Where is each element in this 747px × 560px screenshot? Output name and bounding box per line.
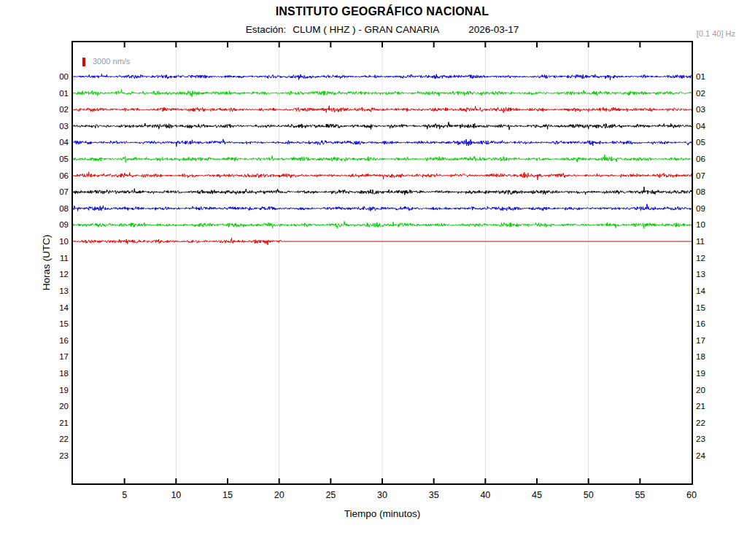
hour-label-right: 18 — [696, 351, 722, 362]
plot-date: 2026-03-17 — [468, 24, 519, 35]
hour-label-right: 12 — [696, 253, 722, 263]
x-tick-label: 60 — [677, 490, 706, 500]
x-tick-label: 30 — [368, 490, 397, 500]
x-tick-label: 15 — [213, 490, 242, 500]
hour-label-left: 18 — [42, 368, 69, 378]
hour-label-right: 23 — [696, 434, 722, 444]
page-title: INSTITUTO GEOGRÁFICO NACIONAL — [73, 5, 692, 18]
hour-label-right: 11 — [696, 236, 722, 246]
station-line: Estación:CLUM ( HHZ ) - GRAN CANARIA2026… — [73, 24, 692, 35]
hour-label-right: 04 — [696, 121, 722, 131]
hour-label-right: 08 — [696, 187, 722, 197]
x-tick-label: 10 — [161, 490, 190, 500]
hour-label-left: 05 — [42, 154, 69, 164]
x-tick-label: 50 — [574, 490, 603, 500]
hour-label-left: 09 — [42, 219, 69, 230]
hour-label-left: 12 — [42, 269, 69, 279]
hour-label-right: 10 — [696, 219, 722, 230]
hour-label-left: 02 — [42, 104, 69, 114]
station-label: Estación: — [246, 24, 287, 35]
x-tick-label: 5 — [110, 490, 139, 500]
hour-label-right: 22 — [696, 418, 722, 428]
x-tick-label: 45 — [522, 490, 551, 500]
hour-label-left: 16 — [42, 335, 69, 346]
helicorder-page: INSTITUTO GEOGRÁFICO NACIONAL Estación:C… — [0, 0, 747, 560]
hour-label-left: 23 — [42, 451, 69, 461]
x-tick-label: 55 — [625, 490, 654, 500]
filter-band-label: [0.1 40] Hz — [697, 29, 735, 38]
hour-label-right: 09 — [696, 203, 722, 214]
hour-label-right: 02 — [696, 88, 722, 98]
hour-label-right: 01 — [696, 71, 722, 82]
hour-label-left: 08 — [42, 203, 69, 214]
hour-label-left: 15 — [42, 319, 69, 329]
hour-label-left: 17 — [42, 351, 69, 362]
hour-label-left: 06 — [42, 171, 69, 181]
hour-label-right: 17 — [696, 335, 722, 346]
hour-label-left: 22 — [42, 434, 69, 444]
hour-label-right: 20 — [696, 385, 722, 395]
hour-label-left: 20 — [42, 401, 69, 411]
hour-label-left: 07 — [42, 187, 69, 197]
helicorder-plot — [71, 41, 693, 485]
x-tick-label: 40 — [471, 490, 500, 500]
hour-label-right: 19 — [696, 368, 722, 378]
hour-label-left: 10 — [42, 236, 69, 246]
hour-label-left: 11 — [42, 253, 69, 263]
x-axis-label: Tiempo (minutos) — [73, 508, 692, 519]
hour-label-left: 13 — [42, 286, 69, 296]
hour-label-right: 21 — [696, 401, 722, 411]
hour-label-right: 13 — [696, 269, 722, 279]
hour-label-right: 05 — [696, 137, 722, 147]
hour-label-right: 06 — [696, 154, 722, 164]
hour-label-left: 14 — [42, 303, 69, 313]
hour-label-right: 15 — [696, 303, 722, 313]
hour-label-right: 03 — [696, 104, 722, 114]
hour-label-left: 03 — [42, 121, 69, 131]
x-tick-label: 35 — [419, 490, 449, 500]
x-tick-label: 25 — [316, 490, 345, 500]
hour-label-left: 00 — [42, 71, 69, 82]
hour-label-left: 01 — [42, 88, 69, 98]
hour-label-right: 16 — [696, 319, 722, 329]
hour-label-left: 21 — [42, 418, 69, 428]
hour-label-left: 19 — [42, 385, 69, 395]
hour-label-right: 14 — [696, 286, 722, 296]
hour-label-right: 07 — [696, 171, 722, 181]
hour-label-right: 24 — [696, 451, 722, 461]
station-name: CLUM ( HHZ ) - GRAN CANARIA — [293, 24, 439, 35]
seismogram-traces — [73, 42, 692, 483]
hour-label-left: 04 — [42, 137, 69, 147]
x-tick-label: 20 — [265, 490, 294, 500]
